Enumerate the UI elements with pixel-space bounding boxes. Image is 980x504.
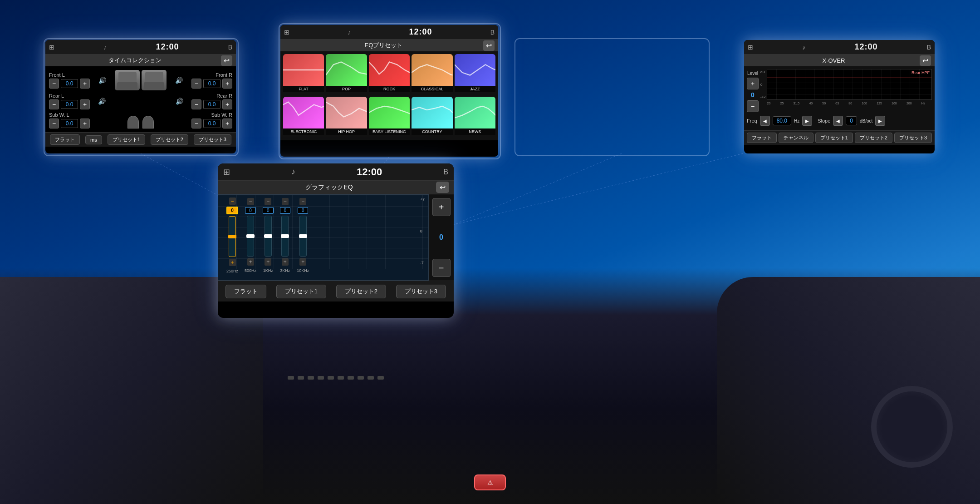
emergency-button[interactable]: ⚠ [474,474,506,490]
left-preset3-button[interactable]: プリセット3 [194,134,231,145]
front-l-minus[interactable]: − [49,79,59,89]
preset-country[interactable]: COUNTRY [412,97,452,138]
bluetooth-icon-right: B [927,44,931,51]
left-screen-bottombar: フラット ms プリセット1 プリセット2 プリセット3 [45,132,236,147]
preset-pop[interactable]: POP [326,54,367,95]
main-preset2-button[interactable]: プリセット2 [336,285,386,298]
main-preset3-button[interactable]: プリセット3 [396,285,446,298]
preset-jazz[interactable]: JAZZ [455,54,495,95]
subw-l-label: Sub W. L [49,112,90,118]
hw-btn-9[interactable] [368,376,374,380]
freq-left[interactable]: ◀ [760,116,770,126]
slider-10k-track[interactable] [299,216,307,257]
hw-btn-2[interactable] [298,376,304,380]
left-back-button[interactable]: ↩ [221,55,232,66]
subw-r-plus[interactable]: + [222,119,232,128]
preset-rock[interactable]: ROCK [369,54,410,95]
slope-left[interactable]: ◀ [833,116,843,126]
slider-500-thumb [246,234,255,238]
eq-plus-button[interactable]: + [432,198,451,216]
preset-flat[interactable]: FLAT [283,54,324,95]
preset-easy[interactable]: EASY LISTENING [369,97,410,138]
right-flat-button[interactable]: フラット [747,133,777,143]
preset-news[interactable]: NEWS [455,97,495,138]
music-icon-left: ♪ [103,44,107,51]
hw-btn-6[interactable] [338,376,344,380]
slider-250-freq: 250Hz [226,269,238,273]
right-preset3-button[interactable]: プリセット3 [894,133,932,143]
preset-news-label: NEWS [455,128,495,135]
eq-minus-button[interactable]: − [432,259,451,277]
hz-125: 125 [877,102,882,105]
subw-l-minus[interactable]: − [49,119,59,128]
hw-btn-3[interactable] [308,376,314,380]
preset-classical[interactable]: CLASSICAL [412,54,452,95]
slope-label: Slope [818,118,830,124]
front-r-minus[interactable]: − [191,79,201,89]
right-back-button[interactable]: ↩ [920,55,931,66]
hz-200: 200 [906,102,912,105]
rear-l-minus[interactable]: − [49,99,59,109]
middle-back-button[interactable]: ↩ [483,40,495,51]
slider-1k-freq: 1KHz [263,268,273,273]
hw-btn-8[interactable] [358,376,364,380]
slider-250-track[interactable] [229,216,236,257]
rear-r-plus[interactable]: + [222,99,232,109]
db-label-top: dB [760,70,766,74]
hz-63: 63 [835,102,839,105]
left-ms-button[interactable]: ms [85,135,102,144]
bluetooth-icon-left: B [228,44,232,51]
right-channel-button[interactable]: チャンネル [779,133,813,143]
left-preset1-button[interactable]: プリセット1 [108,134,145,145]
slider-500-track[interactable] [247,216,254,257]
rear-r-minus[interactable]: − [191,99,201,109]
freq-right[interactable]: ▶ [802,116,812,126]
slider-3k-track[interactable] [281,216,289,257]
main-back-button[interactable]: ↩ [436,182,449,193]
left-screen-time: 12:00 [156,42,179,52]
preset-jazz-label: JAZZ [455,86,495,92]
rear-l-plus[interactable]: + [80,99,90,109]
front-r-control: − 0.0 + [191,79,232,89]
bluetooth-icon-main: B [443,168,448,176]
level-zero: 0 [751,91,755,99]
eq-preset-grid: FLAT POP ROCK CLASSICAL [280,51,498,140]
front-l-plus[interactable]: + [80,79,90,89]
front-r-speaker-icon: 🔊 [175,77,183,84]
right-preset1-button[interactable]: プリセット1 [815,133,853,143]
eq-sliders-area: +7 0 -7 − 0 + 250Hz [218,194,429,281]
level-minus[interactable]: − [747,100,759,112]
db-label-zero: 0 [760,83,766,87]
preset-hiphop[interactable]: HIP HOP [326,97,367,138]
left-flat-button[interactable]: フラット [50,134,80,145]
front-r-plus[interactable]: + [222,79,232,89]
hw-btn-7[interactable] [348,376,354,380]
right-screen-titlebar: X-OVER ↩ [744,54,935,66]
hw-btn-5[interactable] [328,376,334,380]
xover-content: Level + 0 − dB 0 -12 Rear HPF [744,66,935,130]
main-screen-titlebar: グラフィックEQ ↩ [218,181,454,194]
hw-btn-10[interactable] [377,376,384,380]
main-preset1-button[interactable]: プリセット1 [276,285,326,298]
left-screen-title: タイムコレクション [49,56,221,64]
main-flat-button[interactable]: フラット [225,285,266,298]
hw-btn-1[interactable] [288,376,294,380]
level-plus[interactable]: + [747,78,759,89]
subw-r-minus[interactable]: − [191,119,201,128]
slider-10k-freq: 10KHz [297,268,309,273]
right-preset2-button[interactable]: プリセット2 [855,133,892,143]
hw-btn-4[interactable] [318,376,324,380]
freq-row: Freq ◀ 80.0 Hz ▶ Slope ◀ 0 dB/oct ▶ [747,114,932,128]
rear-l-label: Rear L [49,93,90,99]
left-preset2-button[interactable]: プリセット2 [151,134,188,145]
left-screen-topbar: ⊞ ♪ 12:00 B [45,40,236,54]
slider-3k-freq: 3KHz [280,268,290,273]
subw-l-plus[interactable]: + [80,119,90,128]
preset-electronic[interactable]: ELECTRONIC [283,97,324,138]
slider-3k-thumb [281,234,289,238]
slope-right[interactable]: ▶ [875,116,885,126]
right-screen-topbar: ⊞ ♪ 12:00 B [744,40,935,54]
slider-1k-track[interactable] [265,216,272,257]
preset-classical-label: CLASSICAL [412,86,452,92]
xover-chart: Rear HPF [767,69,932,100]
